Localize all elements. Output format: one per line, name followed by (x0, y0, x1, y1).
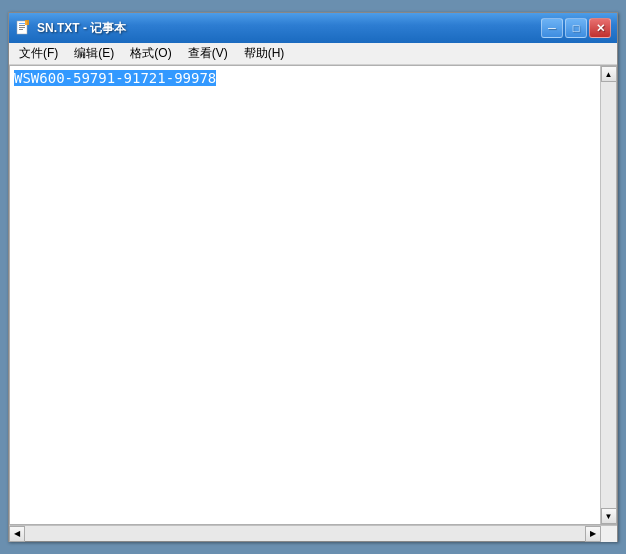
svg-rect-2 (19, 25, 25, 26)
notepad-window: SN.TXT - 记事本 ─ □ ✕ 文件(F) 编辑(E) 格式(O) 查看(… (8, 12, 618, 542)
window-title: SN.TXT - 记事本 (37, 20, 126, 37)
scrollbar-horizontal-container: ◀ ▶ (9, 525, 617, 541)
title-bar: SN.TXT - 记事本 ─ □ ✕ (9, 13, 617, 43)
notepad-icon (15, 20, 31, 36)
selected-text: WSW600-59791-91721-99978 (14, 70, 216, 86)
scrollbar-corner (601, 526, 617, 542)
title-bar-buttons: ─ □ ✕ (541, 18, 611, 38)
text-editor[interactable]: WSW600-59791-91721-99978 (10, 66, 600, 524)
scrollbar-horizontal-track[interactable] (25, 526, 585, 541)
scrollbar-vertical: ▲ ▼ (600, 66, 616, 524)
menu-edit[interactable]: 编辑(E) (66, 43, 122, 64)
svg-rect-3 (19, 27, 25, 28)
maximize-button[interactable]: □ (565, 18, 587, 38)
editor-area: WSW600-59791-91721-99978 ▲ ▼ (9, 65, 617, 525)
menu-bar: 文件(F) 编辑(E) 格式(O) 查看(V) 帮助(H) (9, 43, 617, 65)
menu-view[interactable]: 查看(V) (180, 43, 236, 64)
svg-rect-1 (19, 23, 25, 24)
scroll-left-button[interactable]: ◀ (9, 526, 25, 542)
menu-format[interactable]: 格式(O) (122, 43, 179, 64)
svg-rect-5 (25, 20, 29, 25)
menu-help[interactable]: 帮助(H) (236, 43, 293, 64)
title-bar-left: SN.TXT - 记事本 (15, 20, 126, 37)
scroll-right-button[interactable]: ▶ (585, 526, 601, 542)
minimize-button[interactable]: ─ (541, 18, 563, 38)
close-button[interactable]: ✕ (589, 18, 611, 38)
scrollbar-vertical-track[interactable] (601, 82, 616, 508)
scroll-up-button[interactable]: ▲ (601, 66, 617, 82)
menu-file[interactable]: 文件(F) (11, 43, 66, 64)
svg-rect-4 (19, 29, 23, 30)
scroll-down-button[interactable]: ▼ (601, 508, 617, 524)
